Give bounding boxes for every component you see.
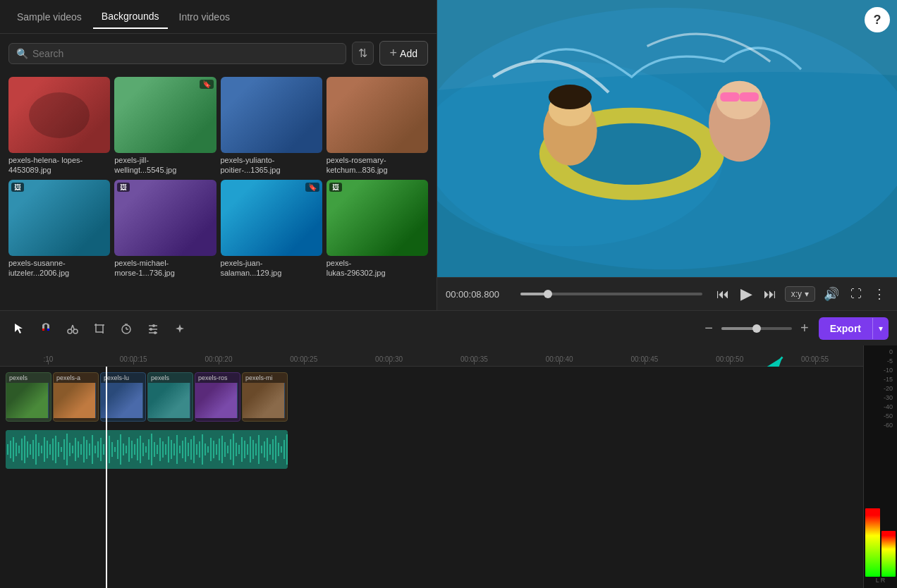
svg-rect-127 [267,438,268,461]
svg-rect-128 [269,444,271,455]
magnet-tool-button[interactable] [35,318,56,339]
zoom-in-button[interactable]: + [796,319,813,338]
svg-rect-98 [185,437,186,462]
thumb-badge: 🔖 [200,80,214,89]
clip-thumb [195,383,238,418]
svg-rect-91 [165,444,166,455]
svg-rect-57 [69,443,71,456]
media-grid: pexels-helena- lopes-4453089.jpg 🔖 pexel… [0,73,437,283]
svg-rect-51 [52,439,54,460]
zoom-fill [721,327,757,330]
timer-tool-button[interactable] [116,318,137,339]
tab-backgrounds[interactable]: Backgrounds [93,5,168,29]
crop-tool-button[interactable] [89,318,110,339]
ruler-mark: 00:00:50 [687,355,772,363]
timer-icon [120,322,133,335]
svg-rect-108 [213,441,214,458]
help-button[interactable]: ? [865,7,890,32]
ruler-mark: 00:00:30 [346,355,432,363]
zoom-out-button[interactable]: − [700,319,717,338]
tabs-row: Sample videos Backgrounds Intro videos [0,0,437,34]
clip-thumb [243,383,285,418]
svg-rect-94 [173,443,175,455]
select-tool-button[interactable] [8,318,30,339]
clip-label: pexels [6,373,51,383]
ruler-marks: :10 00:00:15 00:00:20 00:00:25 00:00:30 … [0,345,863,363]
svg-rect-118 [241,437,243,462]
svg-rect-111 [221,436,223,463]
video-timeline-slider[interactable] [520,293,702,295]
tab-intro-videos[interactable]: Intro videos [171,6,238,28]
adjust-tool-button[interactable] [142,318,164,339]
timeline-area: :10 00:00:15 00:00:20 00:00:25 00:00:30 … [0,345,897,588]
svg-rect-66 [94,446,96,453]
svg-rect-46 [38,443,39,456]
svg-rect-92 [168,436,169,463]
ruler-mark: 00:00:40 [517,355,602,363]
clip-item[interactable]: pexels [6,372,51,422]
media-name: pexels-helena- lopes-4453089.jpg [8,155,110,176]
svg-rect-115 [233,434,234,465]
clip-item[interactable]: pexels [147,372,193,422]
ruler-mark: 00:00:35 [432,355,517,363]
xy-ratio-button[interactable]: x:y ▾ [785,286,815,302]
add-button[interactable]: + Add [379,41,428,66]
media-item[interactable]: 🖼 pexels-michael-morse-1...736.jpg [114,180,216,278]
svg-rect-112 [224,442,226,457]
sort-button[interactable]: ⇅ [352,42,374,65]
volume-button[interactable]: 🔊 [821,283,842,305]
search-input[interactable] [32,48,338,59]
more-options-button[interactable]: ⋮ [870,283,889,305]
xy-label: x:y [791,289,802,299]
svg-rect-100 [190,439,192,460]
clip-thumb-row [148,383,193,418]
media-item[interactable]: pexels-yulianto-poitier-...1365.jpg [221,77,322,176]
audio-track[interactable]: // Generate waveform inline [6,430,288,469]
clip-thumb-row [195,383,240,418]
svg-rect-99 [188,443,189,456]
svg-rect-132 [281,446,282,453]
clip-thumb-row [54,383,98,418]
export-dropdown-button[interactable]: ▾ [872,318,889,339]
effects-tool-button[interactable] [169,318,190,339]
vu-bar-R [881,531,896,577]
media-item[interactable]: 🖼 pexels-lukas-296302.jpg [327,180,428,278]
forward-button[interactable]: ⏭ [761,284,779,305]
fullscreen-button[interactable]: ⛶ [848,285,865,303]
play-button[interactable]: ▶ [738,282,755,306]
svg-rect-47 [41,446,42,453]
zoom-slider[interactable] [721,327,792,330]
clip-item[interactable]: pexels-ros [195,372,240,422]
thumb-badge: 🖼 [329,183,342,192]
media-item[interactable]: pexels-helena- lopes-4453089.jpg [8,77,110,176]
timeline-thumb [544,290,552,298]
cut-tool-button[interactable] [62,318,83,339]
export-button[interactable]: Export [819,317,872,340]
media-item[interactable]: 🔖 pexels-juan-salaman...129.jpg [221,180,322,278]
video-controls-bar: 00:00:08.800 ⏮ ▶ ⏭ x:y ▾ 🔊 ⛶ ⋮ [437,277,897,310]
svg-rect-95 [176,435,178,464]
media-item[interactable]: 🖼 pexels-susanne-iutzeler...2006.jpg [8,180,110,278]
clip-item[interactable]: pexels-a [53,372,99,422]
tab-sample-videos[interactable]: Sample videos [8,6,90,28]
clip-item[interactable]: pexels-mi [242,372,288,422]
svg-rect-93 [171,440,172,459]
svg-rect-125 [261,446,262,453]
svg-rect-106 [207,446,209,453]
search-input-wrap[interactable]: 🔍 [8,43,346,64]
rewind-button[interactable]: ⏮ [714,284,732,305]
clip-label: pexels-a [54,373,98,383]
thumb-badge: 🔖 [305,183,319,192]
playhead[interactable] [106,367,107,588]
media-item[interactable]: 🔖 pexels-jill-wellingt...5545.jpg [114,77,216,176]
svg-rect-90 [162,441,164,458]
vu-bars [865,348,896,577]
media-thumb [8,77,110,153]
media-name: pexels-jill-wellingt...5545.jpg [114,155,216,176]
export-button-group: Export ▾ [819,317,889,340]
cursor-icon [13,322,25,335]
magnet-icon [39,322,52,335]
thumb-badge: 🖼 [11,183,24,192]
svg-rect-122 [252,440,254,459]
media-item[interactable]: pexels-rosemary-ketchum...836.jpg [327,77,428,176]
